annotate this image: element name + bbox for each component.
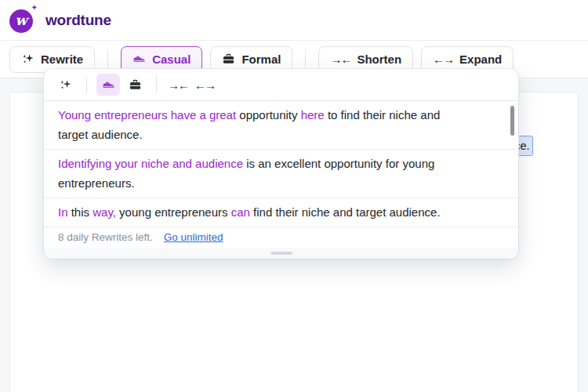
app-header: w ✦ wordtune — [0, 0, 588, 41]
popup-tab-shorten[interactable]: →← — [166, 74, 190, 96]
suggestion-item[interactable]: Young entrepreneurs have a great opportu… — [44, 101, 518, 150]
formal-button-label: Formal — [241, 53, 281, 66]
suggestion-item[interactable]: Identifying your niche and audience is a… — [44, 150, 518, 198]
suggestion-highlighted-text: can — [231, 205, 250, 219]
brand-name: wordtune — [45, 12, 111, 29]
shorten-button-label: Shorten — [357, 53, 401, 66]
expand-button-label: Expand — [459, 53, 502, 66]
suggestion-text: young entrepreneurs — [116, 205, 231, 219]
shorten-arrows-icon: →← — [168, 78, 188, 92]
drag-handle[interactable] — [270, 252, 292, 255]
logo-sparkle-icon: ✦ — [31, 4, 38, 12]
suggestion-text: find their niche and target audience. — [250, 205, 441, 219]
popup-tab-formal[interactable] — [123, 74, 147, 96]
popup-tab-divider — [156, 76, 157, 93]
briefcase-icon — [222, 53, 235, 66]
popup-footer: 8 daily Rewrites left. Go unlimited — [44, 227, 518, 248]
sneaker-icon — [102, 78, 115, 92]
logo-circle-icon: w — [9, 9, 33, 33]
popup-tab-bar: →← ←→ — [44, 69, 518, 101]
expand-arrows-icon: ←→ — [194, 78, 215, 92]
shorten-arrows-icon: →← — [330, 53, 350, 66]
expand-arrows-icon: ←→ — [433, 53, 453, 66]
popup-tab-rewrite[interactable] — [53, 74, 77, 96]
popup-scrollbar-thumb[interactable] — [510, 106, 514, 136]
popup-handle-strip — [44, 248, 518, 259]
suggestion-highlighted-text: way, — [93, 205, 116, 219]
sparkles-icon — [59, 78, 72, 92]
suggestion-highlighted-text: Young entrepreneurs have a great — [58, 108, 236, 122]
logo-w-glyph: w — [15, 13, 27, 27]
wordtune-logo[interactable]: w ✦ — [9, 5, 39, 35]
suggestion-text: opportunity — [236, 108, 301, 122]
briefcase-icon — [129, 78, 142, 92]
casual-button-label: Casual — [152, 53, 191, 66]
toolbar-divider — [305, 49, 306, 70]
popup-tab-casual[interactable] — [96, 74, 120, 96]
suggestion-highlighted-text: In — [58, 205, 68, 219]
go-unlimited-link[interactable]: Go unlimited — [164, 231, 223, 243]
rewrites-remaining-text: 8 daily Rewrites left. — [58, 231, 153, 243]
rewrite-suggestions-popup: →← ←→ Young entrepreneurs have a great o… — [44, 69, 518, 259]
suggestion-list: Young entrepreneurs have a great opportu… — [44, 101, 518, 227]
popup-tab-divider — [86, 76, 87, 93]
sneaker-icon — [132, 53, 146, 66]
suggestion-text: this — [68, 205, 93, 219]
suggestion-item[interactable]: In this way, young entrepreneurs can fin… — [44, 198, 518, 227]
suggestion-highlighted-text: here — [301, 108, 325, 122]
suggestion-highlighted-text: Identifying your niche and audience — [58, 157, 243, 170]
sparkles-icon — [21, 53, 34, 66]
toolbar-divider — [107, 49, 108, 70]
rewrite-button-label: Rewrite — [41, 53, 83, 66]
popup-tab-expand[interactable]: ←→ — [193, 74, 216, 96]
